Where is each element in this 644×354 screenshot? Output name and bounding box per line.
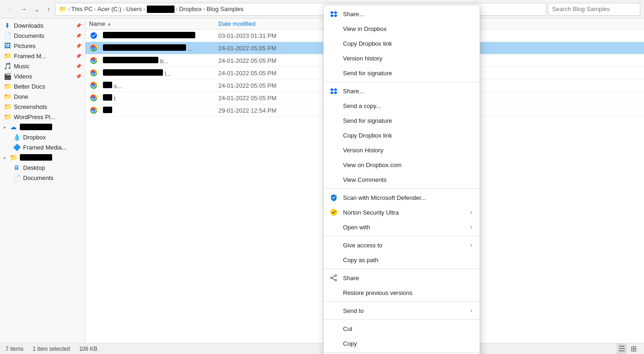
- col-header-name[interactable]: Name ▲: [89, 20, 218, 27]
- ctx-label-share-1: Share...: [343, 11, 472, 18]
- sidebar-item-documents[interactable]: 📄 Documents 📌: [0, 30, 85, 41]
- ctx-section-cut-copy: Cut Copy: [324, 320, 480, 353]
- list-view-button[interactable]: ☰: [617, 343, 627, 354]
- breadcrumb-drive[interactable]: Acer (C:): [97, 6, 121, 12]
- svg-point-11: [335, 279, 337, 281]
- ctx-item-open-with[interactable]: Open with ›: [324, 220, 480, 234]
- pin-icon-2: 📌: [76, 33, 81, 38]
- status-file-size: 106 KB: [79, 346, 97, 352]
- sidebar-label-dropbox: Dropbox: [23, 134, 46, 141]
- folder-icon-redacted: 📁: [10, 154, 17, 161]
- framed-media-icon: 🔷: [13, 144, 20, 151]
- ctx-item-copy-as-path[interactable]: Copy as path: [324, 252, 480, 267]
- details-view-button[interactable]: ⊞: [629, 343, 638, 354]
- ctx-section-send-to: Send to ›: [324, 302, 480, 320]
- ctx-item-view-on-dropbox[interactable]: View on Dropbox.com: [324, 157, 480, 172]
- sidebar-item-dropbox[interactable]: 💧 Dropbox: [0, 132, 85, 142]
- ctx-item-copy-dropbox-link-2[interactable]: Copy Dropbox link: [324, 128, 480, 143]
- pin-icon-5: 📌: [76, 64, 81, 69]
- sidebar-item-screenshots[interactable]: 📁 Screenshots: [0, 102, 85, 112]
- sidebar-item-downloads[interactable]: ⬇ Downloads 📌: [0, 20, 85, 30]
- ctx-item-share-dropbox[interactable]: Share...: [324, 6, 480, 21]
- pin-icon-4: 📌: [76, 54, 81, 59]
- folder-icon-1: 📁: [4, 52, 11, 60]
- ctx-label-norton-security: Norton Security Ultra: [343, 209, 466, 216]
- up-button[interactable]: ↑: [44, 4, 53, 15]
- sidebar-item-documents-2[interactable]: 📄 Documents: [0, 173, 85, 183]
- sidebar-item-pictures[interactable]: 🖼 Pictures 📌: [0, 41, 85, 51]
- file-name-truncated-4: l...: [165, 70, 171, 77]
- sidebar-item-framed-media[interactable]: 🔷 Framed Media...: [0, 142, 85, 152]
- breadcrumb-dropbox[interactable]: Dropbox: [179, 6, 202, 12]
- sidebar-item-videos[interactable]: 🎬 Videos 📌: [0, 71, 85, 81]
- arrow-icon-open-with: ›: [470, 224, 472, 230]
- svg-point-7: [92, 96, 96, 100]
- ctx-item-send-for-sig-2[interactable]: Send for signature: [324, 113, 480, 128]
- sidebar-label-better-docs: Better Docs: [14, 83, 45, 90]
- ctx-item-scan-defender[interactable]: Scan with Microsoft Defender...: [324, 190, 480, 205]
- sidebar-item-better-docs[interactable]: 📁 Better Docs: [0, 81, 85, 91]
- ctx-label-cut: Cut: [343, 325, 472, 332]
- file-name-redacted-7: [103, 107, 112, 113]
- ctx-item-version-history-1[interactable]: Version history: [324, 51, 480, 66]
- sidebar-item-redacted-folder[interactable]: ▸ 📁: [0, 152, 85, 162]
- ctx-item-send-for-sig-1[interactable]: Send for signature: [324, 66, 480, 80]
- sidebar-item-redacted-cloud[interactable]: ▸ ☁: [0, 122, 85, 132]
- ctx-item-share-2[interactable]: Share...: [324, 84, 480, 98]
- ctx-icon-empty-10: [329, 175, 338, 184]
- sidebar-label-music: Music: [14, 63, 30, 70]
- sidebar-label-pictures: Pictures: [14, 42, 36, 49]
- ctx-item-version-history-2[interactable]: Version History: [324, 143, 480, 157]
- breadcrumb-this-pc[interactable]: This PC: [71, 6, 92, 12]
- ctx-icon-empty-5: [329, 101, 338, 110]
- ctx-item-cut[interactable]: Cut: [324, 321, 480, 336]
- ctx-label-send-to: Send to: [343, 307, 466, 314]
- breadcrumb-blog-samples[interactable]: Blog Samples: [206, 6, 243, 12]
- svg-point-5: [92, 72, 96, 75]
- col-header-date[interactable]: Date modified: [218, 20, 311, 27]
- ctx-item-send-copy[interactable]: Send a copy...: [324, 98, 480, 113]
- ctx-label-view-in-dropbox: View in Dropbox: [343, 25, 472, 32]
- back-button[interactable]: ←: [4, 4, 16, 15]
- ctx-item-send-to[interactable]: Send to ›: [324, 303, 480, 318]
- sidebar-item-desktop[interactable]: 🖥 Desktop: [0, 162, 85, 173]
- ctx-label-view-comments: View Comments: [343, 176, 472, 183]
- forward-button[interactable]: →: [18, 4, 30, 15]
- recent-button[interactable]: ⌄: [31, 4, 42, 15]
- ctx-item-norton-security[interactable]: Norton Security Ultra ›: [324, 205, 480, 220]
- ctx-item-copy-dropbox-link-1[interactable]: Copy Dropbox link: [324, 36, 480, 51]
- file-date-6: 24-01-2022 05:05 PM: [218, 95, 311, 102]
- sidebar-item-music[interactable]: 🎵 Music 📌: [0, 61, 85, 71]
- view-controls: ☰ ⊞: [617, 343, 638, 354]
- file-icon-4: [89, 68, 98, 78]
- ctx-item-restore-previous[interactable]: Restore previous versions: [324, 285, 480, 300]
- ctx-label-copy-dropbox-link-2: Copy Dropbox link: [343, 132, 472, 139]
- ctx-item-give-access[interactable]: Give access to ›: [324, 238, 480, 252]
- ctx-item-view-comments[interactable]: View Comments: [324, 172, 480, 187]
- ctx-section-security: Scan with Microsoft Defender... Norton S…: [324, 189, 480, 236]
- breadcrumb-users[interactable]: Users: [126, 6, 142, 12]
- defender-icon: [329, 193, 338, 202]
- file-name-redacted-6: [103, 94, 112, 101]
- ctx-section-access: Give access to › Copy as path: [324, 236, 480, 269]
- file-icon-7: [89, 106, 98, 115]
- ctx-label-copy: Copy: [343, 340, 472, 347]
- file-icon-3: [89, 56, 98, 65]
- svg-point-8: [92, 109, 96, 112]
- ctx-item-share-3[interactable]: Share: [324, 270, 480, 285]
- document-icon-2: 📄: [13, 174, 20, 181]
- ctx-section-share: Share Restore previous versions: [324, 269, 480, 302]
- sidebar-item-done[interactable]: 📁 Done: [0, 91, 85, 102]
- expand-icon-cloud: ▸: [4, 125, 6, 130]
- ctx-label-version-history-2: Version History: [343, 147, 472, 154]
- breadcrumb-username[interactable]: [147, 6, 175, 13]
- col-date-label: Date modified: [218, 20, 255, 27]
- sidebar-item-wordpress-pi[interactable]: 📁 WordPress Pi...: [0, 112, 85, 122]
- sidebar-label-wordpress-pi: WordPress Pi...: [14, 114, 55, 120]
- ctx-item-view-in-dropbox[interactable]: View in Dropbox: [324, 21, 480, 36]
- breadcrumb-folder-icon: 📁: [59, 6, 66, 12]
- search-input[interactable]: [548, 3, 640, 16]
- ctx-label-copy-as-path: Copy as path: [343, 257, 472, 264]
- ctx-item-copy[interactable]: Copy: [324, 336, 480, 351]
- sidebar-item-framed-m[interactable]: 📁 Framed M... 📌: [0, 51, 85, 61]
